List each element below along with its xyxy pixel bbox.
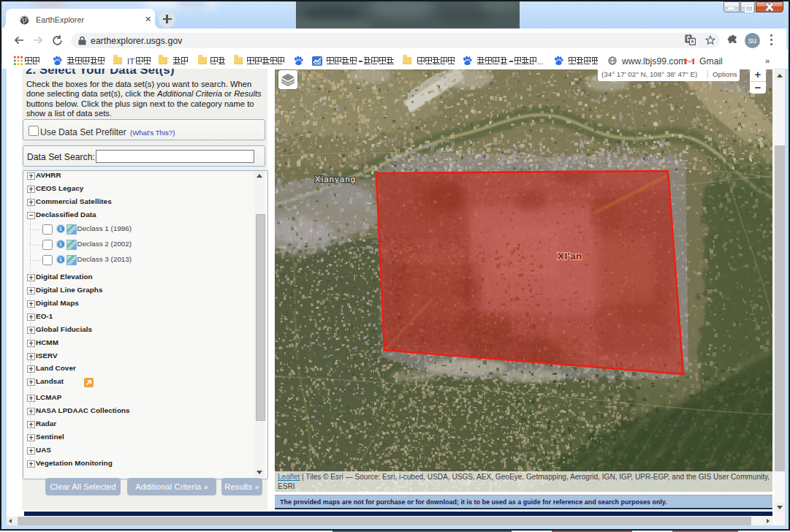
svg-text:XI'an: XI'an xyxy=(558,251,582,262)
svg-text:Xianyang: Xianyang xyxy=(315,175,356,183)
